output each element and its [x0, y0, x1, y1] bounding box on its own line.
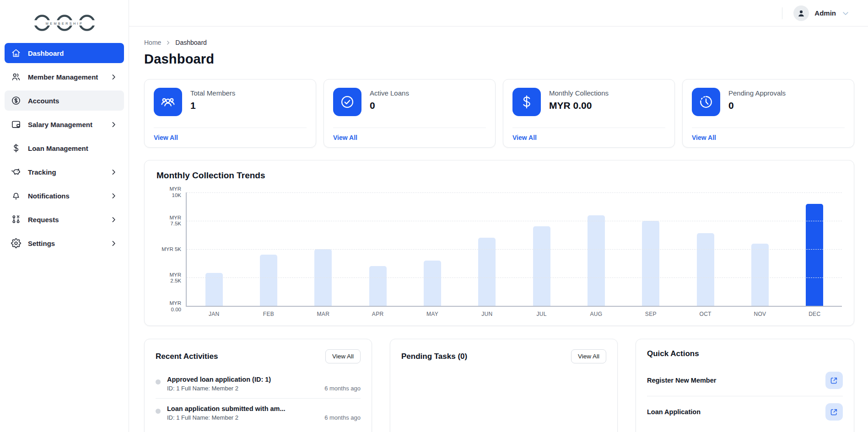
quick-action-open-button[interactable]: [825, 403, 843, 421]
home-icon: [11, 48, 21, 58]
recent-activities-title: Recent Activities: [156, 352, 218, 361]
x-tick-label: MAR: [296, 311, 350, 317]
logo-icon: MEMBERSHIP: [30, 11, 99, 35]
content: Home Dashboard Dashboard Total Members1V…: [129, 27, 868, 432]
chart-title: Monthly Collection Trends: [156, 171, 842, 181]
breadcrumb-current: Dashboard: [175, 39, 207, 46]
stat-card-title: Pending Approvals: [728, 88, 786, 97]
x-tick-label: NOV: [733, 311, 787, 317]
chart-y-axis: MYR 10KMYR 7.5KMYR 5KMYR 2.5KMYR 0.00: [156, 192, 186, 307]
stat-card-title: Total Members: [190, 88, 235, 97]
sidebar-item-member-management[interactable]: Member Management: [5, 67, 124, 87]
check-circle-icon: [333, 88, 361, 116]
quick-actions-title: Quick Actions: [647, 349, 699, 358]
stat-card-pending-approvals: Pending Approvals0View All: [682, 79, 854, 148]
sidebar-item-notifications[interactable]: Notifications: [5, 186, 124, 206]
view-all-link[interactable]: View All: [154, 134, 178, 141]
quick-action-register-new-member: Register New Member: [647, 365, 843, 396]
activity-item: Approved loan application (ID: 1)ID: 1 F…: [156, 376, 361, 392]
sidebar-item-tracking[interactable]: Tracking: [5, 162, 124, 182]
activity-title: Loan application submitted with am...: [167, 405, 318, 412]
recent-activities-panel: Recent Activities View All Approved loan…: [144, 339, 372, 432]
sidebar-item-loan-management[interactable]: Loan Management: [5, 138, 124, 158]
x-tick-label: FEB: [241, 311, 296, 317]
gear-icon: [11, 238, 21, 248]
x-tick-label: JUL: [514, 311, 569, 317]
dollar-sign-icon: [11, 143, 21, 153]
users-icon: [11, 72, 21, 82]
sidebar-item-label: Dashboard: [28, 49, 64, 57]
chevron-right-icon: [110, 240, 118, 247]
bar-may: [424, 261, 441, 306]
activity-subtitle: ID: 1 Full Name: Member 2: [167, 414, 318, 421]
stat-card-divider: [154, 128, 307, 128]
pending-view-all-button[interactable]: View All: [571, 349, 606, 363]
sidebar-item-label: Loan Management: [28, 144, 88, 152]
header-divider: [782, 7, 782, 19]
quick-actions-list: Register New MemberLoan Application: [647, 365, 843, 427]
activity-divider: [156, 398, 361, 399]
y-tick-label: MYR 10K: [169, 186, 181, 199]
quick-action-label: Register New Member: [647, 377, 717, 384]
stat-card-value: 0: [370, 100, 409, 111]
chevron-right-icon: [110, 73, 118, 81]
sidebar-nav: DashboardMember ManagementAccountsSalary…: [5, 43, 124, 253]
monthly-collections-chart: MYR 10KMYR 7.5KMYR 5KMYR 2.5KMYR 0.00: [156, 192, 842, 307]
quick-action-label: Loan Application: [647, 408, 701, 416]
dollar-sign-icon: [512, 88, 541, 116]
gridline: [187, 277, 842, 278]
view-all-link[interactable]: View All: [333, 134, 357, 141]
chevron-down-icon: [841, 9, 850, 17]
chart-x-axis: JANFEBMARAPRMAYJUNJULAUGSEPOCTNOVDEC: [186, 311, 842, 317]
sidebar-item-label: Settings: [28, 240, 55, 247]
view-all-link[interactable]: View All: [692, 134, 716, 141]
breadcrumb-separator-icon: [165, 40, 171, 46]
pending-tasks-title: Pending Tasks (0): [401, 352, 467, 361]
sidebar-item-label: Member Management: [28, 73, 98, 81]
x-tick-label: JAN: [187, 311, 241, 317]
sidebar: MEMBERSHIP DashboardMember ManagementAcc…: [0, 0, 129, 432]
breadcrumb-home[interactable]: Home: [144, 39, 161, 46]
x-tick-label: JUN: [460, 311, 514, 317]
user-menu[interactable]: Admin: [793, 5, 850, 21]
y-tick-label: MYR 2.5K: [169, 272, 181, 285]
sidebar-item-label: Requests: [28, 216, 59, 224]
bar-apr: [369, 266, 387, 306]
gridline: [187, 221, 842, 221]
y-tick-label: MYR 7.5K: [169, 215, 181, 228]
x-tick-label: MAY: [405, 311, 459, 317]
stat-card-divider: [692, 128, 845, 128]
clock-icon: [692, 88, 720, 116]
x-tick-label: SEP: [624, 311, 678, 317]
recent-view-all-button[interactable]: View All: [325, 349, 361, 363]
chevron-right-icon: [110, 168, 118, 176]
sidebar-item-accounts[interactable]: Accounts: [5, 91, 124, 111]
stat-card-total-members: Total Members1View All: [144, 79, 316, 148]
stat-cards-row: Total Members1View AllActive Loans0View …: [144, 79, 854, 148]
sidebar-item-salary-management[interactable]: Salary Management: [5, 114, 124, 134]
sidebar-item-requests[interactable]: Requests: [5, 209, 124, 229]
sidebar-item-dashboard[interactable]: Dashboard: [5, 43, 124, 63]
page-title: Dashboard: [144, 52, 854, 67]
activity-list: Approved loan application (ID: 1)ID: 1 F…: [156, 376, 361, 421]
x-tick-label: APR: [350, 311, 405, 317]
user-name: Admin: [814, 9, 836, 17]
activity-title: Approved loan application (ID: 1): [167, 376, 318, 383]
activity-timestamp: 6 months ago: [324, 414, 361, 421]
activity-timestamp: 6 months ago: [324, 385, 361, 392]
y-tick-label: MYR 5K: [162, 246, 181, 253]
sidebar-item-settings[interactable]: Settings: [5, 233, 124, 253]
activity-dot-icon: [156, 409, 161, 414]
stat-card-title: Active Loans: [370, 88, 409, 97]
quick-action-open-button[interactable]: [825, 372, 843, 389]
stat-card-divider: [333, 128, 486, 128]
gridline: [187, 192, 842, 193]
stat-card-value: MYR 0.00: [549, 100, 609, 111]
pending-tasks-panel: Pending Tasks (0) View All: [390, 339, 618, 432]
stat-card-monthly-collections: Monthly CollectionsMYR 0.00View All: [503, 79, 675, 148]
bar-oct: [697, 233, 714, 306]
view-all-link[interactable]: View All: [512, 134, 537, 141]
bell-icon: [11, 191, 21, 201]
sidebar-item-label: Notifications: [28, 192, 70, 200]
stat-card-title: Monthly Collections: [549, 88, 609, 97]
